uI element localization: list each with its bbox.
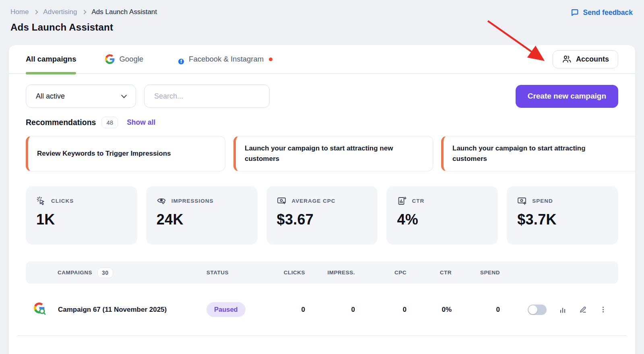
recommendation-card[interactable]: Launch your campaign to start attracting… xyxy=(233,136,433,171)
breadcrumb: Home Advertising Ads Launch Assistant xyxy=(10,8,157,16)
cell-spend: 0 xyxy=(452,306,500,314)
cell-ctr: 0% xyxy=(407,306,452,314)
tab-google[interactable]: Google xyxy=(105,45,143,73)
filters-row: All active Create new campaign xyxy=(9,74,635,108)
recommendations-title: Recommendations xyxy=(26,118,96,127)
recommendations-header: Recommendations 48 Show all xyxy=(9,108,635,128)
banknote-plus-icon xyxy=(517,196,527,206)
stat-label: AVERAGE CPC xyxy=(292,198,336,204)
accounts-button-label: Accounts xyxy=(576,55,609,64)
search-box xyxy=(144,84,270,108)
campaign-enable-toggle[interactable] xyxy=(528,305,547,315)
notification-dot xyxy=(269,58,272,61)
table-header-row: CAMPAIGNS 30 STATUS CLICKS IMPRESS. CPC … xyxy=(26,261,618,284)
campaigns-count-badge: 30 xyxy=(97,268,113,278)
breadcrumb-home[interactable]: Home xyxy=(10,8,29,16)
users-icon xyxy=(562,54,572,64)
google-logo-icon xyxy=(105,54,115,64)
show-all-link[interactable]: Show all xyxy=(127,118,155,127)
column-header-impressions: IMPRESS. xyxy=(305,270,355,276)
facebook-icon: f xyxy=(178,58,184,65)
column-header-cpc: CPC xyxy=(355,270,407,276)
stat-value-impressions: 24K xyxy=(157,211,247,228)
google-ads-campaign-icon xyxy=(34,303,48,317)
top-header: Home Advertising Ads Launch Assistant Se… xyxy=(0,0,644,17)
recommendation-card[interactable]: Launch your campaign to start attracting… xyxy=(441,136,635,171)
column-header-status: STATUS xyxy=(206,270,259,276)
active-tab-indicator xyxy=(26,72,76,74)
search-input[interactable] xyxy=(144,92,269,101)
kebab-menu-icon xyxy=(599,306,607,313)
recommendation-text: Launch your campaign to start attracting… xyxy=(245,143,409,165)
chart-plus-icon xyxy=(397,196,407,206)
banknote-cursor-icon xyxy=(277,196,287,206)
column-header-spend: SPEND xyxy=(452,270,500,276)
tab-all-campaigns-label: All campaigns xyxy=(26,55,76,64)
status-badge: Paused xyxy=(206,302,246,317)
page-title: Ads Launch Assistant xyxy=(0,17,644,33)
cell-cpc: 0 xyxy=(355,306,407,314)
recommendation-cards: Review Keywords to Trigger Impressions L… xyxy=(9,128,635,171)
stat-label: IMPRESSIONS xyxy=(171,198,214,204)
status-filter-value: All active xyxy=(36,92,65,101)
stat-label: CLICKS xyxy=(51,198,74,204)
stat-card-clicks: CLICKS 1K xyxy=(26,186,137,245)
chevron-right-icon xyxy=(34,10,38,14)
chevron-down-icon xyxy=(121,92,127,98)
tab-google-label: Google xyxy=(119,55,143,64)
recommendations-count-badge: 48 xyxy=(101,117,118,128)
column-header-campaigns: CAMPAIGNS xyxy=(58,270,92,276)
stat-card-spend: SPEND $3.7K xyxy=(507,186,618,245)
chevron-right-icon xyxy=(82,10,87,14)
bar-chart-icon xyxy=(559,306,567,314)
breadcrumb-current: Ads Launch Assistant xyxy=(91,8,157,16)
send-feedback-label: Send feedback xyxy=(583,8,633,17)
stat-value-clicks: 1K xyxy=(36,211,127,228)
stat-card-ctr: CTR 4% xyxy=(386,186,498,245)
stat-value-spend: $3.7K xyxy=(517,211,608,228)
accounts-button[interactable]: Accounts xyxy=(553,50,618,68)
campaigns-table: CAMPAIGNS 30 STATUS CLICKS IMPRESS. CPC … xyxy=(9,245,635,336)
create-campaign-button[interactable]: Create new campaign xyxy=(516,85,618,108)
card-edge-fade xyxy=(580,137,635,171)
chat-bubble-icon xyxy=(570,8,579,17)
campaign-stats-button[interactable] xyxy=(559,306,567,314)
recommendation-text: Review Keywords to Trigger Impressions xyxy=(37,148,171,159)
tab-all-campaigns[interactable]: All campaigns xyxy=(26,45,76,73)
stat-label: SPEND xyxy=(532,198,553,204)
campaign-name: Campaign 67 (11 November 2025) xyxy=(58,306,167,314)
stat-value-average-cpc: $3.67 xyxy=(277,211,367,228)
stat-card-average-cpc: AVERAGE CPC $3.67 xyxy=(266,186,378,245)
stat-value-ctr: 4% xyxy=(397,211,487,228)
tab-facebook-instagram[interactable]: f Facebook & Instagram xyxy=(172,45,272,73)
instagram-facebook-icon: f xyxy=(172,54,184,65)
recommendation-card[interactable]: Review Keywords to Trigger Impressions xyxy=(26,136,225,171)
stat-label: CTR xyxy=(412,198,424,204)
campaign-edit-button[interactable] xyxy=(579,305,587,314)
send-feedback-link[interactable]: Send feedback xyxy=(570,8,633,17)
eye-icon xyxy=(157,196,166,206)
column-header-clicks: CLICKS xyxy=(259,270,305,276)
column-header-ctr: CTR xyxy=(407,270,452,276)
campaign-more-button[interactable] xyxy=(599,306,607,313)
main-panel: All campaigns Google f xyxy=(9,45,635,354)
stats-row: CLICKS 1K IMPRESSIONS 24K xyxy=(9,171,635,245)
table-row-container: Campaign 67 (11 November 2025) Paused 0 … xyxy=(18,284,626,336)
breadcrumb-advertising[interactable]: Advertising xyxy=(43,8,77,16)
cell-clicks: 0 xyxy=(259,306,305,314)
stat-card-impressions: IMPRESSIONS 24K xyxy=(146,186,258,245)
tab-bar: All campaigns Google f xyxy=(9,45,635,74)
cell-impressions: 0 xyxy=(305,306,355,314)
pencil-icon xyxy=(579,305,587,314)
status-filter-dropdown[interactable]: All active xyxy=(26,84,136,108)
campaign-row[interactable]: Campaign 67 (11 November 2025) Paused 0 … xyxy=(26,284,618,335)
cursor-click-icon xyxy=(36,196,46,206)
tab-facebook-instagram-label: Facebook & Instagram xyxy=(189,55,264,64)
